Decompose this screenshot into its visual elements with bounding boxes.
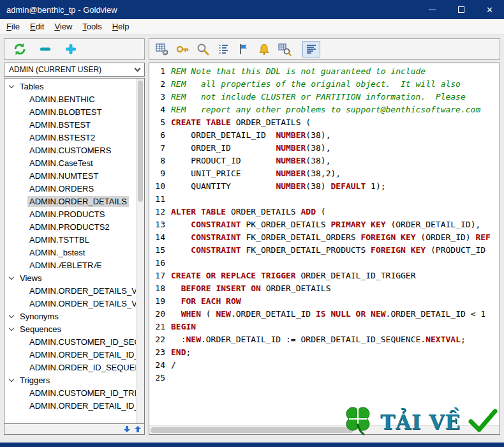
- minus-icon: [39, 43, 52, 56]
- close-button[interactable]: ✕: [475, 0, 504, 19]
- tree-bottom-bar: [4, 424, 145, 435]
- add-button[interactable]: [62, 41, 80, 57]
- maximize-icon: [458, 6, 464, 13]
- tree-item[interactable]: ADMIN.ORDER_DETAIL_ID_S: [4, 348, 136, 361]
- code-line: 16: [149, 257, 500, 269]
- tree-scrollbar-thumb[interactable]: [138, 80, 143, 202]
- tree-group-sequences[interactable]: Sequences: [4, 322, 136, 335]
- key-button[interactable]: [174, 41, 191, 57]
- code-line: 4REM report any other problems to suppor…: [149, 103, 500, 116]
- search-icon: [196, 42, 210, 56]
- editor-hscrollbar-thumb[interactable]: [151, 427, 353, 433]
- tree-item[interactable]: ADMIN.TSTTBL: [4, 233, 136, 246]
- table-search-button[interactable]: [276, 41, 293, 57]
- ddl-editor[interactable]: 1REM Note that this DDL is not guarantee…: [149, 63, 500, 435]
- tree-container: TablesADMIN.BENTHICADMIN.BLOBTESTADMIN.B…: [4, 78, 145, 424]
- line-number: 22: [149, 333, 171, 346]
- tree-item-label: ADMIN.ORDER_DETAILS_VIE: [27, 285, 136, 296]
- app-window: admin@benthic_tp - Goldview ✕ File Edit …: [0, 0, 504, 447]
- move-up-button[interactable]: [133, 425, 142, 434]
- tree-item[interactable]: ADMIN.NUMTEST: [4, 169, 136, 182]
- line-number: 18: [149, 282, 171, 295]
- tree-group-views[interactable]: Views: [4, 271, 136, 284]
- tree-item[interactable]: ADMIN.PRODUCTS2: [4, 220, 136, 233]
- tree-item[interactable]: ADMIN.ORDER_ID_SEQUEN: [4, 361, 136, 374]
- ddl-text-icon: [304, 42, 318, 56]
- search-button[interactable]: [194, 41, 212, 57]
- line-number: 4: [149, 103, 171, 116]
- move-down-button[interactable]: [122, 425, 131, 434]
- line-number: 19: [149, 295, 171, 308]
- editor-hscrollbar[interactable]: [149, 425, 500, 434]
- menu-item-tools[interactable]: Tools: [77, 20, 107, 33]
- window-controls: ✕: [418, 0, 504, 19]
- tree-item-label: ADMIN.BENTHIC: [27, 94, 97, 105]
- tree-item[interactable]: ADMIN.PRODUCTS: [4, 208, 136, 220]
- tree-item[interactable]: ADMIN.ORDERS: [4, 182, 136, 195]
- up-arrow-icon: [134, 425, 142, 433]
- code-line: 24/: [149, 359, 500, 372]
- line-number: 9: [149, 167, 171, 180]
- tree-item[interactable]: ADMIN.BSTEST: [4, 118, 136, 131]
- flag-button[interactable]: [235, 41, 253, 57]
- code-line: 6 ORDER_DETAIL_ID NUMBER(38),: [149, 129, 500, 142]
- tree-item-label: ADMIN.NUMTEST: [27, 170, 100, 181]
- tree-item[interactable]: ADMIN.CUSTOMERS: [4, 144, 136, 156]
- tree-item[interactable]: ADMIN.CaseTest: [4, 156, 136, 169]
- code-line: 17CREATE OR REPLACE TRIGGER ORDER_DETAIL…: [149, 269, 500, 282]
- code-line: 22 :NEW.ORDER_DETAIL_ID := ORDER_DETAIL_…: [149, 333, 500, 346]
- menu-item-edit[interactable]: Edit: [25, 20, 49, 33]
- tree-item[interactable]: ADMIN.BLOBTEST: [4, 105, 136, 118]
- tree-item[interactable]: ADMIN.ÆBLETRÆ: [4, 259, 136, 271]
- code-line: 5CREATE TABLE ORDER_DETAILS (: [149, 116, 500, 129]
- table-properties-button[interactable]: [153, 41, 171, 57]
- tree-item-label: ADMIN.ÆBLETRÆ: [27, 260, 103, 271]
- remove-button[interactable]: [36, 41, 54, 57]
- tree-item-label: ADMIN._bstest: [27, 247, 87, 258]
- tree-group-tables[interactable]: Tables: [4, 80, 136, 93]
- code-line: 15 CONSTRAINT FK_ORDER_DETAIL_PRODUCTS F…: [149, 244, 500, 257]
- schema-selector[interactable]: ADMIN (CURRENT USER): [4, 63, 145, 77]
- editor-toolbar: [149, 38, 500, 60]
- script-button[interactable]: [214, 41, 232, 57]
- menu-item-help[interactable]: Help: [107, 20, 135, 33]
- line-number: 15: [149, 244, 171, 257]
- tree-group-triggers[interactable]: Triggers: [4, 374, 136, 386]
- bell-button[interactable]: [255, 41, 273, 57]
- refresh-button[interactable]: [11, 41, 29, 57]
- tree-item[interactable]: ADMIN.BSTEST2: [4, 131, 136, 144]
- tree-group-synonyms[interactable]: Synonyms: [4, 310, 136, 322]
- schema-tree: TablesADMIN.BENTHICADMIN.BLOBTESTADMIN.B…: [4, 79, 136, 423]
- line-number: 5: [149, 116, 171, 129]
- ddl-text-button[interactable]: [302, 41, 320, 57]
- left-toolbar: [4, 38, 145, 60]
- key-icon: [175, 42, 189, 56]
- code-line: 7 ORDER_ID NUMBER(38),: [149, 142, 500, 155]
- maximize-button[interactable]: [447, 0, 475, 19]
- tree-item[interactable]: ADMIN.CUSTOMER_ID_SEQ: [4, 335, 136, 348]
- minimize-button[interactable]: [418, 0, 447, 19]
- tree-item[interactable]: ADMIN.ORDER_DETAIL_ID_T: [4, 399, 136, 412]
- tree-group-label: Triggers: [18, 375, 52, 386]
- down-arrow-icon: [123, 425, 131, 433]
- window-title: admin@benthic_tp - Goldview: [0, 5, 418, 15]
- tree-item[interactable]: ADMIN.BENTHIC: [4, 93, 136, 105]
- tree-scrollbar[interactable]: [136, 79, 144, 423]
- table-properties-icon: [155, 42, 169, 56]
- tree-item[interactable]: ADMIN.ORDER_DETAILS_VIE: [4, 284, 136, 297]
- line-number: 23: [149, 346, 171, 359]
- code-line: 8 PRODUCT_ID NUMBER(38),: [149, 155, 500, 167]
- tree-item-label: ADMIN.CUSTOMER_ID_SEQ: [27, 337, 136, 347]
- tree-item[interactable]: ADMIN.ORDER_DETAILS: [4, 195, 136, 208]
- tree-item[interactable]: ADMIN.ORDER_DETAILS_VIE: [4, 297, 136, 310]
- tree-item[interactable]: ADMIN._bstest: [4, 246, 136, 259]
- line-number: 13: [149, 218, 171, 231]
- tree-item[interactable]: ADMIN.CUSTOMER_ID_TRIG: [4, 386, 136, 399]
- menu-item-file[interactable]: File: [1, 20, 25, 33]
- tree-item-label: ADMIN.ORDER_DETAILS: [27, 196, 129, 207]
- menu-item-view[interactable]: View: [49, 20, 77, 33]
- code-line: 25: [149, 372, 500, 384]
- tree-group-label: Synonyms: [18, 311, 61, 322]
- tree-item-label: ADMIN.BSTEST: [27, 119, 93, 130]
- code-area[interactable]: 1REM Note that this DDL is not guarantee…: [149, 63, 500, 425]
